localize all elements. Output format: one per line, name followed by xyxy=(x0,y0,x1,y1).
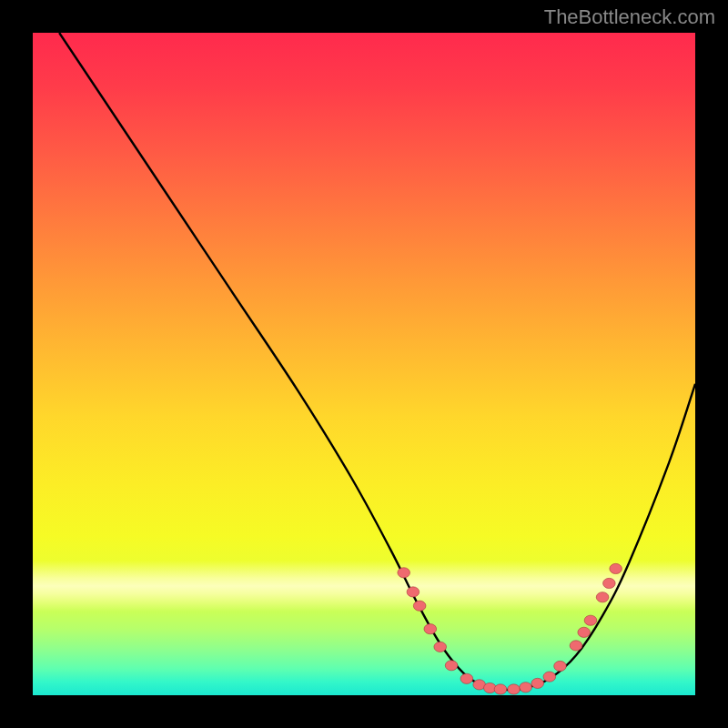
curve-dot xyxy=(460,673,473,683)
curve-dot xyxy=(554,661,567,671)
curve-dot xyxy=(610,563,622,573)
trough-dots-group xyxy=(398,563,622,694)
curve-dot xyxy=(413,601,426,611)
curve-dot xyxy=(570,641,582,651)
curve-dot xyxy=(398,568,410,578)
curve-dot xyxy=(531,678,544,688)
bottleneck-curve xyxy=(59,33,695,690)
curve-dot xyxy=(543,672,556,682)
curve-dot xyxy=(434,642,447,652)
curve-dot xyxy=(494,684,507,694)
curve-dot xyxy=(596,592,609,602)
curve-dot xyxy=(508,684,521,694)
chart-container: TheBottleneck.com xyxy=(0,0,728,728)
curve-dot xyxy=(520,682,532,693)
curve-dot xyxy=(407,587,420,597)
curve-svg xyxy=(33,33,695,695)
watermark-text: TheBottleneck.com xyxy=(544,5,715,29)
curve-dot xyxy=(424,624,437,634)
curve-dot xyxy=(603,578,616,588)
curve-dot xyxy=(445,661,458,671)
plot-area xyxy=(33,33,695,695)
curve-dot xyxy=(584,615,597,625)
curve-dot xyxy=(578,627,591,637)
